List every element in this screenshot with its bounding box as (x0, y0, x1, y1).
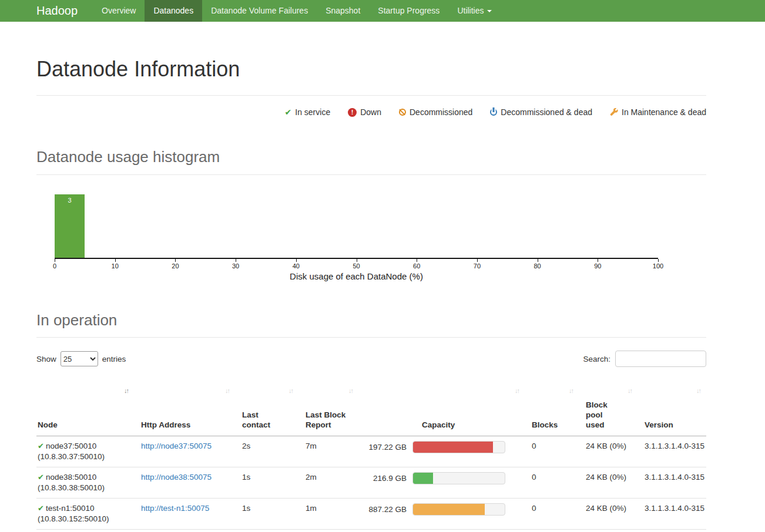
cell-version: 3.1.1.3.1.4.0-315 (638, 436, 706, 467)
nav-item-startup-progress[interactable]: Startup Progress (369, 0, 448, 22)
cell-node: ✔test-n1:50010(10.8.30.152:50010) (36, 499, 134, 530)
cell-last-block-report: 7m (298, 436, 358, 467)
legend-item-decommissioned-dead: Decommissioned & dead (490, 107, 592, 117)
histogram-section-title: Datanode usage histogram (36, 147, 706, 167)
column-header-last-block-report[interactable]: ↓↑Last Block Report (298, 382, 358, 436)
legend-item-in-service: ✔In service (285, 107, 331, 117)
check-icon: ✔ (38, 473, 44, 482)
entries-label: entries (102, 355, 126, 363)
capacity-bar-fill (413, 473, 433, 484)
http-address-link[interactable]: http://node37:50075 (141, 442, 212, 450)
power-off-icon (490, 109, 497, 116)
caret-down-icon (487, 10, 492, 12)
sort-icon: ↓↑ (569, 387, 573, 394)
operation-section-title: In operation (36, 311, 706, 330)
navbar: Hadoop OverviewDatanodesDatanode Volume … (0, 0, 765, 22)
cell-node: ✔node37:50010(10.8.30.37:50010) (36, 436, 134, 467)
sort-icon: ↓↑ (288, 387, 293, 394)
cell-http-address: http://test-n1:50075 (134, 499, 235, 530)
nav-item-utilities[interactable]: Utilities (448, 0, 500, 22)
brand-hadoop[interactable]: Hadoop (36, 0, 78, 22)
cell-version: 3.1.1.3.1.4.0-315 (638, 467, 706, 499)
x-tick-label: 70 (474, 262, 481, 270)
capacity-bar-track (412, 472, 505, 484)
datanode-table: ↓↑Node↓↑Http Address↓↑Last contact↓↑Last… (36, 382, 706, 530)
cell-last-block-report: 1m (298, 499, 358, 530)
column-header-http-address[interactable]: ↓↑Http Address (134, 382, 235, 436)
nav-menu: OverviewDatanodesDatanode Volume Failure… (93, 0, 500, 22)
divider (36, 95, 706, 96)
cell-capacity: 197.22 GB (358, 436, 525, 467)
legend-item-down: !Down (348, 107, 381, 117)
column-header-block-pool-used[interactable]: ↓↑Block pool used (579, 382, 638, 436)
column-label: Last contact (242, 410, 274, 430)
nav-item-label: Snapshot (326, 6, 360, 15)
divider (36, 337, 706, 338)
table-row: ✔test-n1:50010(10.8.30.152:50010)http://… (36, 499, 706, 530)
column-header-blocks[interactable]: ↓↑Blocks (525, 382, 579, 436)
nav-item-label: Startup Progress (378, 6, 439, 15)
legend-label: Decommissioned (410, 107, 472, 117)
page-length-select[interactable]: 25 (61, 351, 98, 366)
node-address: (10.8.30.38:50010) (38, 483, 105, 492)
datanode-usage-histogram: 3 0102030405060708090100 Disk usage of e… (55, 194, 658, 281)
x-axis-title: Disk usage of each DataNode (%) (55, 271, 658, 281)
capacity-bar-fill (413, 442, 493, 453)
column-label: Capacity (365, 420, 525, 430)
nav-item-snapshot[interactable]: Snapshot (317, 0, 369, 22)
x-tick (296, 259, 297, 262)
column-label: Blocks (532, 420, 579, 430)
x-tick-label: 50 (353, 262, 360, 270)
legend-label: Decommissioned & dead (501, 107, 592, 117)
check-icon: ✔ (285, 108, 292, 116)
sort-icon: ↓↑ (628, 387, 632, 394)
legend-item-in-maintenance-dead: In Maintenance & dead (610, 107, 706, 117)
capacity-bar-track (412, 441, 505, 453)
page-length-control: Show 25 entries (36, 351, 126, 366)
search-input[interactable] (615, 351, 706, 367)
capacity-value: 216.9 GB (365, 473, 407, 484)
cell-node: ✔node38:50010(10.8.30.38:50010) (36, 467, 134, 499)
sort-icon: ↓↑ (515, 387, 519, 394)
x-tick-label: 30 (232, 262, 239, 270)
sort-icon: ↓↑ (225, 387, 229, 394)
cell-capacity: 887.22 GB (358, 499, 525, 530)
cell-http-address: http://node38:50075 (134, 467, 235, 499)
exclamation-circle-icon: ! (348, 108, 357, 117)
table-row: ✔node38:50010(10.8.30.38:50010)http://no… (36, 467, 706, 499)
x-tick (658, 259, 659, 262)
divider (36, 174, 706, 175)
legend-label: Down (360, 107, 381, 117)
column-header-node[interactable]: ↓↑Node (36, 382, 134, 436)
x-tick-label: 20 (172, 262, 179, 270)
cell-block-pool-used: 24 KB (0%) (579, 499, 638, 530)
http-address-link[interactable]: http://node38:50075 (141, 473, 212, 482)
nav-item-datanode-volume-failures[interactable]: Datanode Volume Failures (202, 0, 317, 22)
capacity-value: 887.22 GB (365, 504, 407, 515)
column-header-capacity[interactable]: ↓↑Capacity (358, 382, 525, 436)
nav-item-overview[interactable]: Overview (93, 0, 145, 22)
x-tick-label: 10 (112, 262, 119, 270)
legend-item-decommissioned: Decommissioned (399, 107, 472, 117)
nav-item-label: Overview (102, 6, 136, 15)
cell-http-address: http://node37:50075 (134, 436, 235, 467)
capacity-wrap: 216.9 GB (365, 472, 525, 484)
node-name: node37:50010 (46, 442, 96, 450)
nav-item-datanodes[interactable]: Datanodes (145, 0, 202, 22)
search-label: Search: (583, 355, 610, 363)
x-tick (598, 259, 598, 262)
node-name: node38:50010 (46, 473, 96, 482)
column-header-version[interactable]: ↓↑Version (638, 382, 706, 436)
x-tick-label: 40 (293, 262, 300, 270)
http-address-link[interactable]: http://test-n1:50075 (141, 504, 209, 513)
capacity-wrap: 197.22 GB (365, 441, 525, 453)
cell-blocks: 0 (525, 467, 579, 499)
cell-block-pool-used: 24 KB (0%) (579, 467, 638, 499)
x-tick (417, 259, 417, 262)
check-icon: ✔ (38, 504, 44, 513)
cell-block-pool-used: 24 KB (0%) (579, 436, 638, 467)
table-row: ✔node37:50010(10.8.30.37:50010)http://no… (36, 436, 706, 467)
column-header-last-contact[interactable]: ↓↑Last contact (235, 382, 298, 436)
x-tick (55, 259, 55, 262)
main-content: Datanode Information ✔In service!DownDec… (36, 57, 706, 532)
